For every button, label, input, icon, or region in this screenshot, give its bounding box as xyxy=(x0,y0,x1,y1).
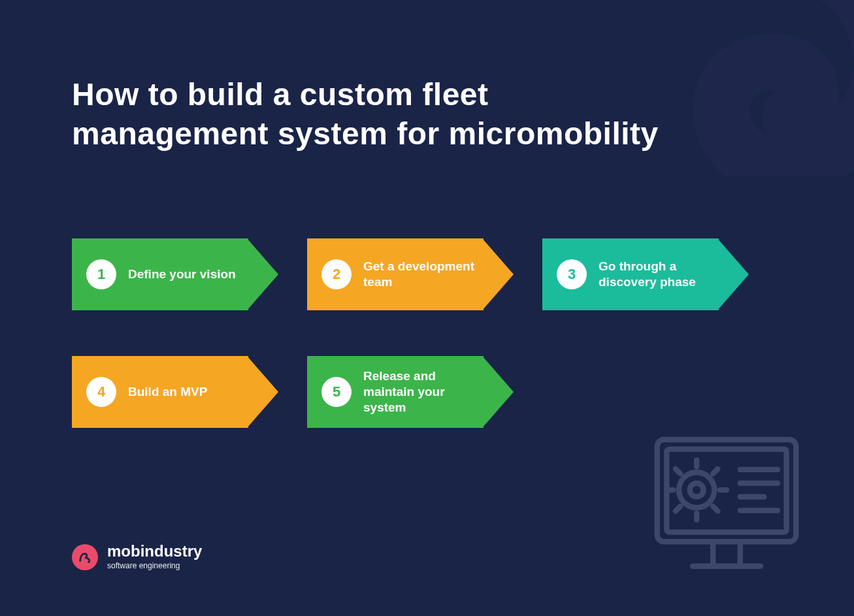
step-number: 4 xyxy=(86,377,116,407)
svg-line-12 xyxy=(713,506,717,511)
computer-settings-icon xyxy=(645,430,808,580)
mobindustry-mark-icon xyxy=(72,544,98,570)
swirl-icon xyxy=(665,0,854,176)
step-5: 5 Release and maintain your system xyxy=(307,356,510,428)
arrow-icon xyxy=(247,356,278,428)
brand-logo: mobindustry software engineering xyxy=(72,543,202,570)
step-2: 2 Get a development team xyxy=(307,238,510,310)
svg-line-11 xyxy=(676,469,680,474)
step-label: Build an MVP xyxy=(128,384,207,400)
arrow-icon xyxy=(482,238,514,310)
step-number: 2 xyxy=(321,259,352,289)
step-number: 5 xyxy=(321,377,352,407)
step-label: Release and maintain your system xyxy=(363,368,481,415)
svg-line-13 xyxy=(676,506,680,511)
steps-container: 1 Define your vision 2 Get a development… xyxy=(72,238,791,428)
logo-name: mobindustry xyxy=(107,543,202,559)
step-number: 1 xyxy=(86,259,116,289)
logo-tagline: software engineering xyxy=(107,561,202,570)
arrow-icon xyxy=(247,238,278,310)
step-1: 1 Define your vision xyxy=(72,238,274,310)
step-label: Define your vision xyxy=(128,267,236,282)
page-title: How to build a custom fleet management s… xyxy=(72,75,660,154)
arrow-icon xyxy=(717,238,749,310)
step-label: Go through a discovery phase xyxy=(599,259,716,290)
arrow-icon xyxy=(482,356,514,428)
step-3: 3 Go through a discovery phase xyxy=(542,238,745,310)
svg-point-5 xyxy=(679,472,714,508)
step-4: 4 Build an MVP xyxy=(72,356,274,428)
step-number: 3 xyxy=(557,259,587,289)
svg-line-14 xyxy=(713,469,717,474)
svg-point-6 xyxy=(690,483,704,497)
step-label: Get a development team xyxy=(363,259,481,290)
